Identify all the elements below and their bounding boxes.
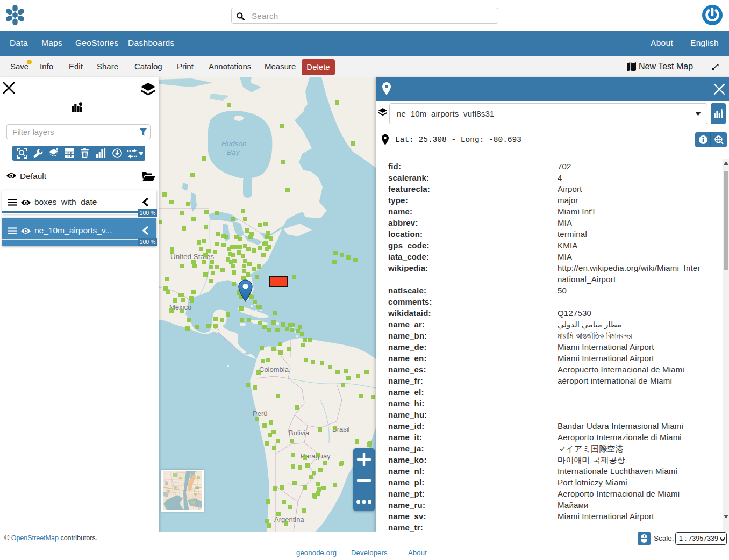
- svg-text:Argentina: Argentina: [274, 515, 304, 523]
- svg-text:Bolivia: Bolivia: [289, 429, 310, 437]
- svg-text:Perú: Perú: [253, 410, 267, 418]
- svg-text:Colombia: Colombia: [259, 365, 289, 374]
- svg-text:United States: United States: [170, 253, 214, 261]
- svg-text:Hudson: Hudson: [221, 140, 247, 148]
- svg-text:Bay: Bay: [227, 148, 240, 156]
